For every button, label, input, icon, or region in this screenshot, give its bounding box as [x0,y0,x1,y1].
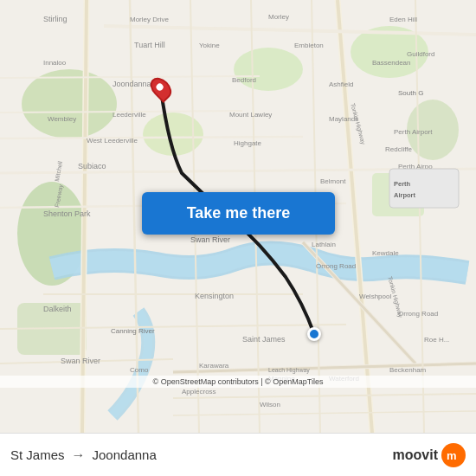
svg-text:Dalkeith: Dalkeith [43,305,72,313]
svg-text:Saint James: Saint James [242,335,286,344]
svg-text:Wilson: Wilson [260,401,280,408]
svg-text:Eden Hill: Eden Hill [389,16,417,23]
svg-text:Innaloo: Innaloo [43,59,67,67]
svg-text:Highgate: Highgate [234,139,262,147]
svg-text:Morley Drive: Morley Drive [130,16,169,23]
map-container: Stirling Innaloo Morley Drive Morley Ede… [0,0,476,433]
svg-text:Embleton: Embleton [294,42,324,49]
svg-text:Bedford: Bedford [232,76,256,84]
bottom-bar: St James → Joondanna moovit m [0,433,476,476]
take-me-there-button[interactable]: Take me there [142,192,335,235]
svg-text:Como: Como [130,366,149,374]
svg-text:m: m [447,449,457,462]
svg-point-1 [22,69,117,138]
svg-text:Perth: Perth [394,180,411,188]
destination-pin [152,76,170,100]
from-label: St James [10,447,65,462]
svg-text:Shenton Park: Shenton Park [43,209,91,218]
svg-text:Perth Airport: Perth Airport [394,128,433,136]
svg-text:West Leederville: West Leederville [87,137,138,145]
svg-text:Roe H...: Roe H... [424,336,449,344]
svg-text:Kensington: Kensington [195,292,234,300]
svg-text:South G: South G [398,89,423,97]
svg-text:Beckenham: Beckenham [389,366,427,374]
svg-text:Leederville: Leederville [113,111,146,119]
to-label: Joondanna [93,447,157,462]
svg-point-7 [143,113,203,156]
svg-text:Swan River: Swan River [190,235,230,244]
svg-text:Redcliffe: Redcliffe [385,145,413,153]
svg-text:Stirling: Stirling [43,15,68,23]
svg-text:Subiaco: Subiaco [78,162,106,170]
moovit-text: moovit [393,447,438,463]
moovit-icon: m [441,443,466,467]
svg-text:Belmont: Belmont [320,177,346,185]
svg-rect-83 [389,169,459,208]
map-attribution: © OpenStreetMap contributors | © OpenMap… [0,376,476,388]
svg-text:Canning River: Canning River [111,327,155,335]
svg-text:Joondanna: Joondanna [113,80,151,88]
svg-text:Leach Highway: Leach Highway [268,367,310,374]
svg-text:Bassendean: Bassendean [372,59,410,67]
svg-text:Applecross: Applecross [182,388,216,396]
svg-text:Airport: Airport [394,191,416,199]
svg-text:Tuart Hill: Tuart Hill [134,41,165,49]
svg-text:Kewdale: Kewdale [372,249,399,257]
svg-text:Welshpool: Welshpool [359,293,391,300]
svg-text:Wembley: Wembley [48,115,76,123]
svg-text:Swan River: Swan River [61,357,100,365]
arrow-icon: → [72,447,86,463]
svg-text:Yokine: Yokine [199,42,220,49]
svg-text:Orrong Road: Orrong Road [316,262,356,270]
moovit-logo: moovit m [393,443,466,467]
svg-text:Ashfield: Ashfield [329,80,353,88]
svg-point-4 [234,48,303,91]
svg-text:Guildford: Guildford [407,50,434,58]
svg-text:Karawara: Karawara [199,362,229,370]
svg-text:Lathlain: Lathlain [312,241,336,248]
svg-text:Morley: Morley [268,13,289,21]
origin-dot [307,327,321,341]
route-info: St James → Joondanna [10,447,393,463]
svg-text:Mount Lawley: Mount Lawley [229,111,272,119]
